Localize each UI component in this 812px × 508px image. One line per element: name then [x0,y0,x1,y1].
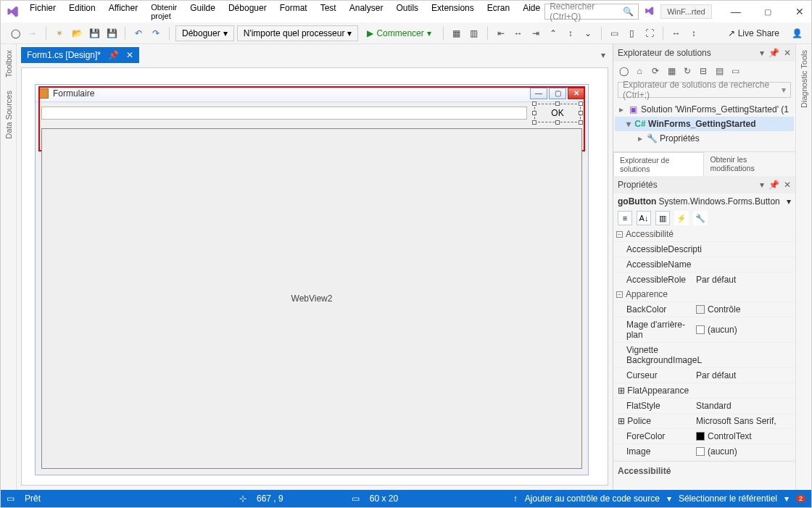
property-name[interactable]: Image [613,444,693,459]
collapse-icon[interactable]: ⊟ [697,65,709,77]
size-height-icon[interactable]: ▯ [625,26,639,41]
form-maximize-button[interactable]: ▢ [549,88,566,99]
nav-fwd-icon[interactable]: → [25,26,40,41]
property-name[interactable]: Vignette BackgroundImageL [613,342,693,367]
property-value[interactable]: Standard [693,398,795,413]
property-value[interactable] [693,383,795,398]
events-icon[interactable]: ⚡ [674,211,689,225]
redo-icon[interactable]: ↷ [149,26,163,41]
ok-button[interactable]: OK [534,104,581,122]
panel-options-icon[interactable]: ▾ [760,180,764,190]
property-value[interactable]: (aucun) [693,444,795,459]
data-sources-tab[interactable]: Data Sources [4,91,13,139]
align-bottom-icon[interactable]: ⌄ [581,26,595,41]
menu-extensions[interactable]: Extensions [430,0,476,23]
new-item-icon[interactable]: ✶ [52,26,67,41]
save-all-icon[interactable]: 💾 [104,26,119,41]
start-debugging-button[interactable]: ▶ Commencer ▾ [361,25,436,41]
panel-pin-icon[interactable]: 📌 [768,180,779,190]
sync-icon[interactable]: ⟳ [650,65,661,77]
panel-options-icon[interactable]: ▾ [760,48,764,58]
panel-pin-icon[interactable]: 📌 [768,48,779,58]
toolbox-tab[interactable]: Toolbox [4,50,13,78]
property-name[interactable]: ⊞ Police [613,413,693,428]
property-value[interactable] [693,241,795,257]
se-tab-explorer[interactable]: Explorateur de solutions [613,152,704,176]
properties-selection[interactable]: goButton System.Windows.Forms.Button ▾ [613,193,795,209]
align-top-icon[interactable]: ⌃ [546,26,560,41]
solution-explorer-search[interactable]: Explorateur de solutions de recherche (C… [618,82,791,98]
property-name[interactable]: ⊞ FlatAppearance [613,383,693,398]
toolbar-ico-1[interactable]: ▦ [450,26,464,41]
categorized-icon[interactable]: ≡ [618,211,632,225]
close-icon[interactable]: ✕ [126,50,133,60]
home-icon[interactable]: ⌂ [634,65,645,77]
menu-obtenir-projet[interactable]: Obtenir projet [149,0,178,23]
properties-icon[interactable]: ▤ [713,65,725,77]
tab-overflow-icon[interactable]: ▾ [601,50,608,60]
menu-test[interactable]: Test [319,0,338,23]
property-name[interactable]: ForeColor [613,428,693,444]
project-node[interactable]: ▾ C# WinForms_GettingStarted [615,117,794,131]
menu-fichier[interactable]: Fichier [28,0,57,23]
save-icon[interactable]: 💾 [87,26,102,41]
spacing-h-icon[interactable]: ↔ [669,26,684,41]
property-value[interactable]: Contrôle [693,301,795,317]
debug-config-dropdown[interactable]: Déboguer ▾ [175,25,234,41]
wrench-icon[interactable]: 🔧 [693,211,708,225]
menu-edition[interactable]: Edition [67,0,97,23]
project-properties-node[interactable]: ▸ 🔧 Propriétés [615,131,794,146]
repo-button[interactable]: Sélectionner le référentiel [679,494,777,504]
undo-icon[interactable]: ↶ [131,26,146,41]
property-value[interactable] [693,257,795,272]
property-name[interactable]: FlatStyle [613,398,693,413]
property-value[interactable] [693,342,795,367]
solution-explorer-header[interactable]: Explorateur de solutions ▾ 📌 ✕ [613,44,795,62]
form-close-button[interactable]: ✕ [568,88,585,99]
pin-icon[interactable]: 📌 [108,50,119,60]
source-control-button[interactable]: Ajouter au contrôle de code source [525,494,660,504]
properties-header[interactable]: Propriétés ▾ 📌 ✕ [613,176,795,193]
property-name[interactable]: Curseur [613,367,693,383]
property-name[interactable]: AccessibleDescripti [613,241,693,257]
form-window[interactable]: Formulaire — ▢ ✕ OK [35,84,589,475]
menu-analyser[interactable]: Analyser [348,0,385,23]
size-both-icon[interactable]: ⛶ [642,26,657,41]
form-minimize-button[interactable]: — [530,88,547,99]
property-name[interactable]: Mage d'arrière-plan [613,317,693,342]
maximize-button[interactable]: ▢ [757,4,779,19]
menu-deboguer[interactable]: Déboguer [227,0,268,23]
panel-close-icon[interactable]: ✕ [784,180,791,190]
menu-outils[interactable]: Outils [394,0,420,23]
menu-aide[interactable]: Aide [521,0,542,23]
webview2-control[interactable]: WebView2 [41,128,582,469]
align-middle-icon[interactable]: ↕ [563,26,578,41]
collapse-icon[interactable]: − [616,231,623,238]
toolbar-ico-2[interactable]: ▥ [467,26,481,41]
minimize-button[interactable]: — [725,4,747,19]
address-textbox[interactable] [41,107,527,120]
property-name[interactable]: BackColor [613,301,693,317]
live-share-button[interactable]: ↗ Live Share [728,28,779,38]
spacing-v-icon[interactable]: ↕ [687,26,701,41]
document-tab-active[interactable]: Form1.cs [Design]* 📌 ✕ [21,47,139,63]
nav-back-icon[interactable]: ◯ [8,26,22,41]
show-all-icon[interactable]: ▦ [666,65,677,77]
account-icon[interactable]: 👤 [790,26,804,41]
preview-icon[interactable]: ▭ [729,65,741,77]
property-category[interactable]: −Apparence [613,287,795,301]
align-left-icon[interactable]: ⇤ [494,26,508,41]
se-tab-changes[interactable]: Obtenir les modifications [704,152,795,176]
open-folder-icon[interactable]: 📂 [70,26,84,41]
size-width-icon[interactable]: ▭ [608,26,622,41]
property-value[interactable]: Par défaut [693,367,795,383]
menu-format[interactable]: Format [278,0,309,23]
vs-icon[interactable] [645,6,655,18]
close-button[interactable]: ✕ [789,4,811,19]
back-icon[interactable]: ◯ [618,65,629,77]
search-input[interactable]: Rechercher (Ctrl+Q) 🔍 [544,4,639,20]
property-value[interactable]: ControlText [693,428,795,444]
notifications-badge[interactable]: 2 [796,495,805,502]
panel-close-icon[interactable]: ✕ [784,48,791,58]
properties-grid[interactable]: −AccessibilitéAccessibleDescriptiAccessi… [613,227,795,461]
